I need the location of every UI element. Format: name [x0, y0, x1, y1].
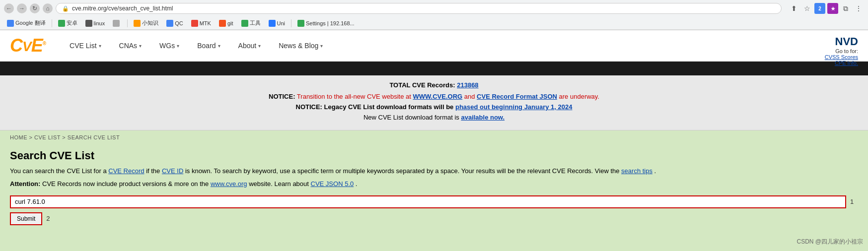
nvd-links: CVSS Scores CPE Info.: [825, 54, 858, 66]
search-input-row: 1: [10, 195, 858, 208]
bookmark-linux[interactable]: linux: [82, 19, 108, 28]
bookmark-icon[interactable]: ☆: [801, 3, 812, 14]
nav-arrow-about: ▾: [258, 43, 261, 49]
bookmark-label: QC: [175, 20, 183, 26]
nav-item-cnas[interactable]: CNAs ▾: [110, 32, 151, 60]
menu-icon[interactable]: ⋮: [853, 3, 864, 14]
nav-arrow-cve-list: ▾: [99, 43, 101, 49]
bookmark-icon-knowledge: [134, 20, 141, 27]
nav-label-wgs: WGs: [159, 42, 175, 50]
bookmark-separator-3: [291, 19, 291, 27]
notice1-and: and: [464, 93, 477, 100]
attention-suffix: website. Learn about: [249, 180, 310, 188]
nav-item-wgs[interactable]: WGs ▾: [150, 32, 188, 60]
attention-text: CVE Records now include product versions…: [42, 180, 211, 188]
notice1-link2[interactable]: CVE Record Format JSON: [477, 93, 557, 100]
bookmark-label: MTK: [200, 20, 211, 26]
bookmark-qc[interactable]: QC: [163, 19, 186, 28]
nav-item-board[interactable]: Board ▾: [188, 32, 229, 60]
breadcrumb: HOME > CVE LIST > SEARCH CVE LIST: [0, 130, 868, 144]
notice2-line2-prefix: New CVE List download format is: [363, 114, 459, 121]
refresh-button[interactable]: ↻: [30, 3, 40, 13]
nvd-title: NVD: [825, 35, 858, 48]
notice2-link2[interactable]: available now.: [461, 114, 505, 121]
nav-arrow-news-blog: ▾: [320, 43, 323, 49]
bookmark-uni[interactable]: Uni: [266, 19, 289, 28]
search-input[interactable]: [10, 195, 846, 208]
logo-text: CVE®: [10, 35, 46, 56]
desc-link-cve-record[interactable]: CVE Record: [108, 167, 144, 175]
attention-link-json[interactable]: CVE JSON 5.0: [311, 180, 354, 188]
total-count-link[interactable]: 213868: [457, 81, 478, 89]
nvd-link-cpe[interactable]: CPE Info.: [825, 60, 858, 66]
lock-icon: 🔒: [62, 5, 69, 12]
bookmark-icon-uni: [269, 20, 276, 27]
submit-row-number: 2: [46, 215, 54, 222]
bookmark-separator: [52, 19, 52, 27]
breadcrumb-current: SEARCH CVE LIST: [68, 134, 120, 140]
bookmark-blank[interactable]: [110, 19, 124, 28]
bookmark-label: 安卓: [67, 19, 77, 27]
nav-arrow-board: ▾: [218, 43, 220, 49]
address-bar[interactable]: 🔒 cve.mitre.org/cve/search_cve_list.html: [56, 3, 782, 14]
bookmark-git[interactable]: git: [216, 19, 236, 28]
back-button[interactable]: ←: [4, 3, 14, 13]
notice2-link1[interactable]: phased out beginning January 1, 2024: [455, 103, 573, 111]
notice1-red: Transition to the all-new CVE website at: [297, 93, 413, 100]
logo-e: E: [31, 35, 43, 56]
nvd-goto: Go to for:: [825, 48, 858, 54]
forward-button[interactable]: →: [17, 3, 27, 13]
attention-line: Attention: CVE Records now include produ…: [10, 180, 858, 188]
page-title: Search CVE List: [10, 149, 858, 162]
submit-row: Submit 2: [10, 212, 858, 225]
extension-icon-2[interactable]: ★: [827, 3, 838, 14]
notice-line-1: NOTICE: Transition to the all-new CVE we…: [10, 93, 858, 100]
notice2-prefix: NOTICE:: [296, 103, 322, 111]
window-icon[interactable]: ⧉: [840, 3, 851, 14]
desc-mid1: if the: [146, 167, 162, 175]
nav-label-news-blog: News & Blog: [279, 42, 318, 50]
logo-v: V: [22, 39, 31, 54]
notice1-suffix: are underway.: [559, 93, 599, 100]
total-label: TOTAL CVE Records:: [389, 81, 455, 89]
extension-icon-1[interactable]: 2: [814, 3, 825, 14]
nvd-badge: NVD Go to for: CVSS Scores CPE Info.: [825, 35, 858, 66]
attention-link-cveorg[interactable]: www.cve.org: [211, 180, 247, 188]
breadcrumb-cve-list[interactable]: CVE LIST: [34, 134, 61, 140]
bookmark-label: Uni: [277, 20, 286, 26]
breadcrumb-sep-1: >: [29, 134, 34, 140]
black-bar: [0, 62, 868, 75]
bookmark-settings[interactable]: Settings | 192.168...: [294, 19, 358, 28]
attention-label: Attention:: [10, 180, 40, 188]
breadcrumb-sep-2: >: [62, 134, 67, 140]
bookmark-tools[interactable]: 工具: [238, 18, 264, 28]
nvd-link-cvss[interactable]: CVSS Scores: [825, 54, 858, 60]
bookmark-icon-tools: [241, 20, 248, 27]
bookmark-android[interactable]: 安卓: [55, 18, 80, 28]
bookmark-mtk[interactable]: MTK: [188, 19, 214, 28]
nav-label-cve-list: CVE List: [70, 42, 96, 50]
bookmark-knowledge[interactable]: 小知识: [131, 18, 161, 28]
nav-label-cnas: CNAs: [119, 42, 138, 50]
desc-prefix: You can search the CVE List for a: [10, 167, 107, 175]
bookmark-google-translate[interactable]: Google 翻译: [4, 18, 49, 28]
bookmark-label: Settings | 192.168...: [306, 20, 355, 26]
desc-link-search-tips[interactable]: search tips: [621, 167, 652, 175]
breadcrumb-home[interactable]: HOME: [10, 134, 27, 140]
bookmark-icon-linux: [85, 20, 92, 27]
browser-chrome: ← → ↻ ⌂ 🔒 cve.mitre.org/cve/search_cve_l…: [0, 0, 868, 30]
desc-suffix: .: [654, 167, 656, 175]
notice1-link1[interactable]: WWW.CVE.ORG: [413, 93, 463, 100]
nav-item-news-blog[interactable]: News & Blog ▾: [270, 32, 332, 60]
submit-button[interactable]: Submit: [10, 212, 42, 225]
home-button[interactable]: ⌂: [43, 3, 53, 13]
bookmark-icon-android: [58, 20, 65, 27]
nav-item-cve-list[interactable]: CVE List ▾: [61, 32, 110, 60]
share-icon[interactable]: ⬆: [789, 3, 799, 14]
nav-item-about[interactable]: About ▾: [229, 32, 270, 60]
desc-link-cve-id[interactable]: CVE ID: [162, 167, 183, 175]
nav-menu: CVE List ▾ CNAs ▾ WGs ▾ Board ▾ About ▾ …: [61, 32, 858, 60]
notice-line-2: NOTICE: Legacy CVE List download formats…: [10, 103, 858, 111]
notice-area: TOTAL CVE Records: 213868 NOTICE: Transi…: [0, 75, 868, 130]
nav-label-about: About: [238, 42, 257, 50]
